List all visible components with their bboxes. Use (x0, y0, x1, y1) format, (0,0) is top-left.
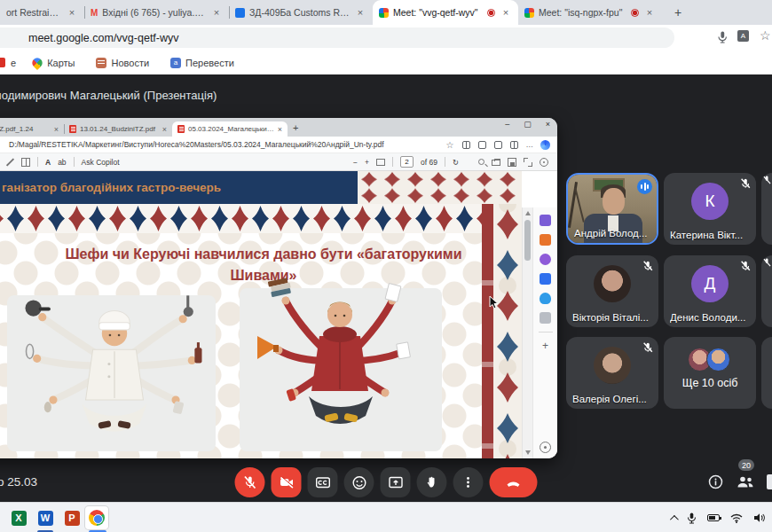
close-icon[interactable]: × (278, 125, 282, 134)
info-icon[interactable] (708, 474, 723, 489)
bookmark-star-icon[interactable]: ☆ (760, 28, 772, 43)
split-screen-icon[interactable] (462, 141, 470, 149)
search-icon[interactable] (478, 159, 484, 165)
address-bar[interactable]: meet.google.com/vvg-qetf-wyv (0, 27, 674, 48)
tab-restraints[interactable]: ort Restraints (VE × (0, 0, 84, 25)
scroll-up-icon[interactable] (525, 211, 531, 215)
reactions-button[interactable] (344, 467, 374, 497)
edge-tab-1[interactable]: 1.24_BudziniTZ.pdf × (0, 121, 64, 137)
taskbar-word-icon[interactable]: W (34, 506, 57, 529)
taskbar-chrome-icon[interactable] (85, 506, 108, 529)
tab-customs[interactable]: ЗД-409Ба Customs Regulation × (229, 0, 373, 25)
dictate-icon[interactable]: ab (58, 158, 66, 167)
contents-icon[interactable] (21, 158, 30, 167)
scrollbar-thumb[interactable] (524, 220, 531, 261)
mic-off-button[interactable] (235, 467, 265, 497)
taskbar-excel-icon[interactable]: X (7, 506, 30, 529)
participant-name: Денис Володи... (670, 312, 745, 323)
battery-icon[interactable] (707, 514, 720, 521)
tray-mic-icon[interactable] (687, 512, 697, 524)
zoom-in-button[interactable]: + (365, 158, 369, 167)
tile-andrii[interactable]: Андрій Волод... (566, 173, 658, 245)
tile-denys[interactable]: Д Денис Володи... (664, 255, 756, 327)
more-options-button[interactable] (453, 467, 484, 497)
read-aloud-icon[interactable]: A (45, 158, 51, 167)
slide-red-stripe (482, 204, 493, 458)
sidebar-word-icon[interactable] (540, 312, 551, 324)
close-icon[interactable]: × (354, 6, 366, 19)
scroll-down-icon[interactable] (525, 450, 531, 455)
tile-kateryna[interactable]: К Катерина Вікт... (664, 173, 756, 245)
tab-meet-2[interactable]: Meet: "isq-ngpx-fpu" × (518, 0, 662, 25)
fullscreen-icon[interactable] (524, 158, 532, 167)
tile-viktoriia[interactable]: Вікторія Віталі... (566, 255, 658, 327)
meeting-controls (235, 467, 538, 497)
copilot-icon[interactable] (540, 140, 550, 150)
bookmark-favicon-partial[interactable] (0, 58, 5, 67)
rotate-icon[interactable]: ↻ (453, 158, 459, 167)
browser-essentials-icon[interactable] (510, 141, 518, 149)
collections-icon[interactable] (494, 141, 502, 149)
tile-partial[interactable] (761, 255, 772, 327)
tile-partial[interactable] (761, 337, 772, 409)
fit-to-width-icon[interactable] (376, 159, 385, 166)
favorites-star-icon[interactable]: ☆ (446, 140, 454, 150)
tile-partial[interactable] (761, 173, 772, 245)
tab-gmail[interactable]: M Вхідні (6 765) - yuliya.kovalenk × (84, 0, 229, 25)
tab-meet-active[interactable]: Meet: "vvg-qetf-wyv" × (373, 0, 518, 25)
edge-new-tab-button[interactable]: + (293, 122, 298, 133)
leave-call-button[interactable] (490, 467, 538, 497)
banner-diamond-band (358, 171, 522, 204)
tile-valeriia[interactable]: Валерія Олегі... (566, 337, 658, 409)
sidebar-copilot-icon[interactable] (540, 215, 551, 226)
minimize-icon[interactable]: – (505, 120, 509, 129)
meeting-panels: 20 (701, 457, 772, 501)
voice-search-icon[interactable] (715, 30, 729, 44)
sidebar-contact-icon[interactable] (540, 254, 551, 265)
settings-more-icon[interactable]: … (526, 140, 534, 149)
page-number-input[interactable]: 2 (400, 156, 414, 168)
sidebar-drive-icon[interactable] (540, 293, 551, 304)
browser-toolbar: meet.google.com/vvg-qetf-wyv A ☆ (0, 25, 772, 51)
print-icon[interactable] (492, 160, 500, 166)
close-icon[interactable]: × (162, 125, 167, 134)
close-icon[interactable]: × (500, 6, 512, 19)
save-icon[interactable] (508, 158, 516, 167)
edge-tab-active[interactable]: 05.03.2024_Магалецький Андр × (172, 121, 288, 137)
close-icon[interactable]: × (546, 120, 550, 129)
maximize-icon[interactable]: ▢ (524, 120, 532, 129)
ask-copilot-button[interactable]: Ask Copilot (82, 158, 120, 167)
tile-more-people[interactable]: Ще 10 осіб (664, 337, 756, 409)
new-tab-button[interactable]: + (667, 2, 689, 23)
sidebar-office-icon[interactable] (540, 234, 551, 246)
sidebar-settings-icon[interactable] (540, 442, 551, 453)
taskbar-powerpoint-icon[interactable]: P (60, 506, 83, 529)
zoom-out-button[interactable]: − (353, 158, 358, 167)
camera-off-button[interactable] (272, 467, 302, 497)
close-icon[interactable]: × (643, 6, 656, 19)
bookmark-translate[interactable]: a Перевести (170, 58, 234, 68)
raise-hand-button[interactable] (417, 467, 447, 497)
favorites-bar-icon[interactable] (478, 141, 486, 149)
edge-address-bar[interactable]: D:/Magal/RESTETIKA/Маркетинг/Виступи/Hor… (0, 137, 557, 153)
sidebar-add-icon[interactable]: + (540, 340, 551, 352)
edge-tab-2[interactable]: 13.01.24_BudziniTZ.pdf × (64, 121, 172, 137)
people-icon[interactable] (737, 475, 754, 489)
close-icon[interactable]: × (66, 6, 78, 19)
present-button[interactable] (381, 467, 411, 497)
speaker-icon[interactable] (753, 512, 765, 523)
captions-button[interactable] (308, 467, 338, 497)
translate-icon[interactable]: A (737, 30, 752, 44)
chat-icon-partial[interactable] (767, 474, 772, 489)
bookmark-maps[interactable]: Карты (32, 58, 75, 68)
pdf-scrollbar[interactable] (522, 207, 532, 458)
close-icon[interactable]: × (54, 125, 59, 134)
bookmark-news[interactable]: Новости (96, 58, 149, 68)
draw-icon[interactable] (5, 158, 14, 167)
wifi-icon[interactable] (730, 513, 743, 523)
bookmark-partial[interactable]: е (11, 58, 16, 68)
pdf-settings-icon[interactable] (540, 158, 548, 167)
sidebar-outlook-icon[interactable] (540, 273, 551, 285)
close-icon[interactable]: × (210, 6, 223, 19)
tray-chevron-icon[interactable] (670, 514, 679, 523)
